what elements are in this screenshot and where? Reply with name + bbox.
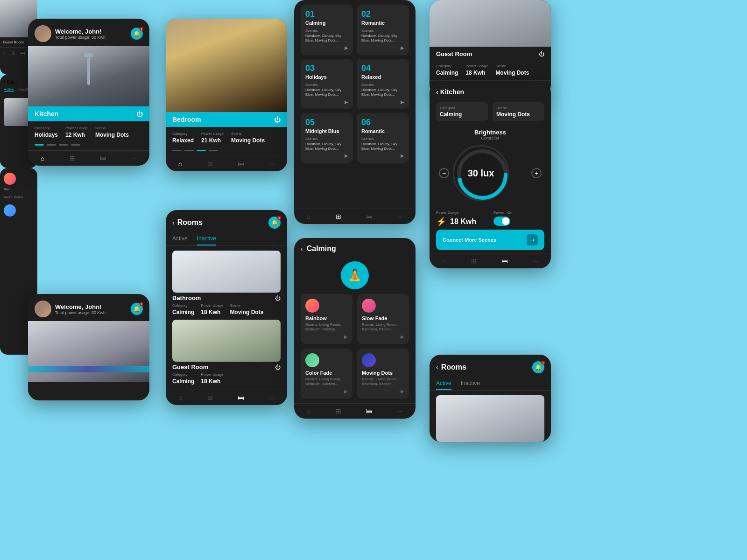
bdot-2[interactable] — [184, 150, 194, 151]
bedroom-nav-more[interactable]: ··· — [269, 160, 275, 168]
bathroom-power-icon[interactable]: ⏻ — [275, 295, 281, 301]
kitchen-scene-label: Scene — [496, 106, 541, 110]
calming-header: ‹ Calming — [294, 238, 416, 257]
notification-bell-2[interactable]: 🔔 3 — [131, 303, 143, 315]
bedroom-label-bar[interactable]: Bedroom ⏻ — [166, 112, 287, 127]
scene-card-06[interactable]: 06 Romantic Scenes Rainbow, Cloudy, Sky … — [357, 113, 409, 163]
scene-card-05[interactable]: 05 Midnight Blue Scenes Rainbow, Cloudy,… — [301, 113, 353, 163]
rooms-2-back-arrow[interactable]: ‹ — [436, 364, 438, 371]
scene-arrow-06[interactable]: ▶ — [361, 153, 404, 158]
bedroom-nav-home[interactable]: ⌂ — [178, 160, 182, 168]
rainbow-arrow[interactable]: ▶ — [305, 334, 348, 339]
bathroom-scene-label: Scene — [230, 303, 263, 308]
bdot-4[interactable] — [209, 150, 218, 151]
header-subtitle: Total power usage: 30 Kwh — [55, 35, 131, 40]
calming-nav-home[interactable]: ⌂ — [307, 407, 310, 415]
header-text: Welcome, John! Total power usage: 30 Kwh — [55, 28, 131, 40]
dot-4[interactable] — [71, 144, 80, 146]
bedroom-power-label: Power Usage — [201, 132, 224, 136]
notification-bell[interactable]: 🔔 3 — [131, 28, 143, 40]
scene-card-03[interactable]: 03 Holidays Scenes Rainbow, Cloudy, Sky … — [301, 59, 353, 109]
bathroom-scene: Scene Moving Dots — [230, 303, 263, 316]
colorfade-arrow[interactable]: ▶ — [305, 389, 348, 394]
kitchen-nav-bed[interactable]: 🛏 — [501, 257, 508, 265]
kitchen-nav-grid[interactable]: ⊞ — [471, 257, 477, 265]
scene-arrow-04[interactable]: ▶ — [361, 99, 404, 105]
scene-card-01[interactable]: 01 Calming Scenes Rainbow, Cloudy, Sky B… — [301, 5, 353, 55]
scene-arrow-03[interactable]: ▶ — [305, 99, 348, 105]
calming-nav-grid[interactable]: ⊞ — [336, 407, 341, 415]
scenes-grid: 01 Calming Scenes Rainbow, Cloudy, Sky B… — [294, 0, 416, 168]
guest-power-label: Power Usage — [201, 372, 223, 377]
kitchen-nav-home[interactable]: ⌂ — [442, 257, 446, 265]
tab-inactive-2[interactable]: Inactive — [461, 377, 480, 390]
partial-nav-2[interactable]: ⊞ — [11, 50, 15, 56]
calming-nav-more[interactable]: ··· — [398, 407, 403, 415]
power-toggle-icon[interactable]: ⏻ — [136, 110, 143, 118]
brightness-increase-btn[interactable]: + — [531, 168, 542, 178]
scene-colorfade[interactable]: Color Fade Rooms: Living Room, Bedroom, … — [301, 349, 352, 399]
scenes-nav-home[interactable]: ⌂ — [307, 213, 310, 220]
bedroom-nav-grid[interactable]: ⊞ — [207, 160, 213, 168]
rooms-nav-more[interactable]: ··· — [269, 394, 275, 401]
rooms-2-tabs: Active Inactive — [430, 377, 551, 391]
partial-nav-3[interactable]: 🛏 — [21, 50, 25, 56]
bdot-3[interactable] — [197, 150, 206, 151]
slowfade-arrow[interactable]: ▶ — [362, 334, 404, 339]
bedroom-power-icon[interactable]: ⏻ — [274, 116, 281, 123]
tab-active[interactable]: Active — [172, 232, 188, 245]
dot-3[interactable] — [59, 144, 68, 146]
nav-grid-icon[interactable]: ⊞ — [70, 154, 75, 162]
bedroom-nav-bed[interactable]: 🛏 — [238, 160, 244, 168]
partial-nav-1[interactable]: ⌂ — [3, 50, 6, 56]
movingdots-arrow[interactable]: ▶ — [362, 389, 404, 394]
nav-more-icon[interactable]: ··· — [132, 154, 137, 162]
scene-rainbow[interactable]: Rainbow Rooms: Living Room, Bedroom, Kit… — [301, 294, 352, 344]
partial-back-arrow[interactable]: ‹ — [4, 79, 5, 84]
room-label-bar[interactable]: Kitchen ⏻ — [28, 106, 149, 121]
nav-bed-icon[interactable]: 🛏 — [100, 154, 106, 162]
calming-back-arrow[interactable]: ‹ — [301, 245, 303, 252]
scenes-nav-more[interactable]: ··· — [398, 213, 403, 220]
movingdots-name: Moving Dots — [362, 370, 404, 376]
power-toggle[interactable] — [493, 217, 510, 226]
scene-arrow-01[interactable]: ▶ — [305, 45, 348, 50]
scene-card-04[interactable]: 04 Relaxed Scenes Rainbow, Cloudy, Sky B… — [357, 59, 409, 109]
scene-movingdots[interactable]: Moving Dots Rooms: Living Room, Bedroom,… — [357, 349, 409, 399]
power-on-lbl: Power - On — [493, 210, 544, 215]
guest-power-icon[interactable]: ⏻ — [275, 364, 281, 371]
rooms-nav-home[interactable]: ⌂ — [178, 394, 182, 401]
bathroom-cat-val: Calming — [172, 309, 194, 315]
nav-home-icon[interactable]: ⌂ — [41, 154, 44, 162]
guest-power-toggle[interactable]: ⏻ — [539, 51, 544, 57]
scene-slowfade[interactable]: Slow Fade Rooms: Living Room, Bedroom, K… — [357, 294, 409, 344]
rooms-back-arrow[interactable]: ‹ — [172, 219, 175, 226]
scene-arrow-05[interactable]: ▶ — [305, 153, 348, 158]
rooms-card: ‹ Rooms 🔔 3 Active Inactive Bathroom ⏻ C… — [166, 210, 287, 405]
tab-active-2[interactable]: Active — [436, 377, 451, 390]
scenes-nav-bed[interactable]: 🛏 — [366, 213, 373, 220]
kitchen-back-btn[interactable]: ‹ Kitchen — [436, 88, 464, 96]
connect-scenes-btn[interactable]: Connect More Scenes → — [436, 230, 544, 250]
scenes-nav-grid[interactable]: ⊞ — [336, 213, 341, 220]
brightness-decrease-btn[interactable]: − — [439, 168, 449, 178]
scene-card-02[interactable]: 02 Romantic Scenes Rainbow, Cloudy, Sky … — [357, 5, 409, 55]
colorfade-ball — [305, 353, 319, 367]
dot-1[interactable] — [35, 144, 44, 146]
scene-desc-03: Rainbow, Cloudy, Sky Blue, Moving Dots..… — [305, 88, 348, 98]
rooms-notif-bell[interactable]: 🔔 3 — [268, 217, 281, 229]
rooms-nav-bed[interactable]: 🛏 — [238, 394, 244, 401]
brightness-knob[interactable]: 30 lux — [453, 145, 509, 201]
guest-scn-lbl: Scene — [495, 64, 529, 68]
rooms-2-notif[interactable]: 🔔 3 — [532, 361, 544, 373]
calming-nav-bed[interactable]: 🛏 — [366, 407, 373, 415]
partial-tab-1[interactable]: Active — [4, 87, 14, 92]
scene-arrow-02[interactable]: ▶ — [361, 45, 404, 50]
bdot-1[interactable] — [172, 150, 182, 151]
tab-inactive[interactable]: Inactive — [197, 232, 216, 245]
color-balls: Rain... Room: Bedro... — [4, 173, 34, 217]
rooms-back-title: ‹ Rooms — [172, 218, 203, 227]
rooms-nav-grid[interactable]: ⊞ — [207, 394, 213, 401]
dot-2[interactable] — [47, 144, 56, 146]
kitchen-nav-more[interactable]: ··· — [533, 257, 539, 265]
